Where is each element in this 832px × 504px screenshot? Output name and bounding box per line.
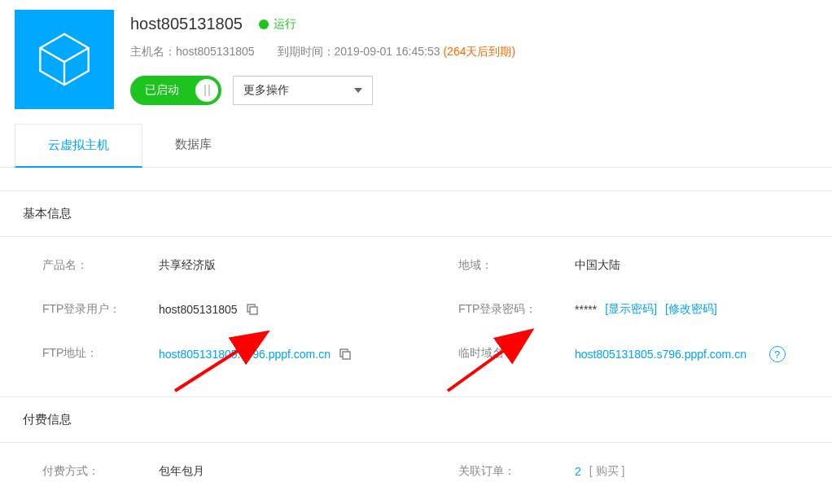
- ftp-pass-value-wrap: ***** [显示密码] [修改密码]: [575, 302, 832, 317]
- order-tag: [ 购买 ]: [589, 464, 625, 479]
- payment-header: 付费信息: [0, 397, 832, 443]
- caret-down-icon: [354, 88, 362, 93]
- change-password-link[interactable]: [修改密码]: [665, 302, 717, 317]
- order-count-link[interactable]: 2: [575, 465, 581, 478]
- temp-domain-label: 临时域名：: [416, 346, 575, 362]
- region-label: 地域：: [416, 258, 575, 273]
- basic-info-section: 基本信息 产品名： 共享经济版 地域： 中国大陆 FTP登录用户： host80…: [0, 191, 832, 383]
- ftp-pass-masked: *****: [575, 303, 597, 316]
- info-row: 产品名： 共享经济版 地域： 中国大陆: [0, 243, 832, 287]
- temp-domain-value-wrap: host805131805.s796.pppf.com.cn ?: [575, 346, 832, 362]
- status-badge: 运行: [259, 17, 296, 32]
- order-label: 关联订单：: [416, 464, 575, 479]
- hostname-value: host805131805: [176, 45, 255, 58]
- basic-info-header: 基本信息: [0, 191, 832, 237]
- ftp-user-cell: FTP登录用户： host805131805: [0, 302, 416, 317]
- product-name-cell: 产品名： 共享经济版: [0, 258, 416, 273]
- ftp-addr-cell: FTP地址： host805131805.s796.pppf.com.cn: [0, 346, 416, 362]
- temp-domain-cell: 临时域名： host805131805.s796.pppf.com.cn ?: [416, 346, 832, 362]
- page-container: host805131805 运行 主机名：host805131805 到期时间：…: [0, 0, 832, 500]
- hostname-label: 主机名：: [130, 45, 176, 58]
- cube-icon: [33, 28, 96, 91]
- svg-rect-1: [250, 307, 257, 314]
- host-title: host805131805: [130, 15, 243, 33]
- more-actions-label: 更多操作: [243, 83, 289, 98]
- hostname-meta: 主机名：host805131805: [130, 45, 255, 59]
- info-row: FTP地址： host805131805.s796.pppf.com.cn 临时…: [0, 331, 832, 377]
- toggle-label: 已启动: [145, 83, 179, 98]
- ftp-addr-value-wrap: host805131805.s796.pppf.com.cn: [159, 346, 416, 362]
- tab-database[interactable]: 数据库: [142, 124, 244, 167]
- power-toggle[interactable]: 已启动: [130, 76, 221, 105]
- product-name-value: 共享经济版: [159, 258, 416, 273]
- status-dot-icon: [259, 20, 269, 29]
- product-name-label: 产品名：: [0, 258, 159, 273]
- action-row: 已启动 更多操作: [130, 76, 817, 105]
- ftp-user-text: host805131805: [159, 303, 238, 316]
- pay-method-label: 付费方式：: [0, 464, 159, 479]
- payment-section: 付费信息 付费方式： 包年包月 关联订单： 2 [ 购买 ]: [0, 397, 832, 500]
- ftp-pass-cell: FTP登录密码： ***** [显示密码] [修改密码]: [416, 302, 832, 317]
- info-row: 付费方式： 包年包月 关联订单： 2 [ 购买 ]: [0, 449, 832, 493]
- ftp-pass-label: FTP登录密码：: [416, 302, 575, 317]
- expire-label: 到期时间：: [278, 45, 335, 58]
- ftp-user-value: host805131805: [159, 302, 416, 317]
- product-cube-icon: [15, 10, 114, 109]
- pay-method-value: 包年包月: [159, 464, 416, 479]
- region-cell: 地域： 中国大陆: [416, 258, 832, 273]
- title-row: host805131805 运行: [130, 15, 817, 33]
- status-text: 运行: [274, 17, 296, 32]
- pay-method-cell: 付费方式： 包年包月: [0, 464, 416, 479]
- help-icon[interactable]: ?: [769, 346, 786, 362]
- expire-value: 2019-09-01 16:45:53: [335, 45, 440, 58]
- region-value: 中国大陆: [575, 258, 832, 273]
- more-actions-dropdown[interactable]: 更多操作: [233, 76, 373, 105]
- payment-grid: 付费方式： 包年包月 关联订单： 2 [ 购买 ]: [0, 443, 832, 500]
- ftp-addr-link[interactable]: host805131805.s796.pppf.com.cn: [159, 348, 331, 361]
- ftp-addr-label: FTP地址：: [0, 346, 159, 362]
- header-info: host805131805 运行 主机名：host805131805 到期时间：…: [130, 10, 817, 109]
- info-row: FTP登录用户： host805131805 FTP登录密码： ***** [显…: [0, 287, 832, 331]
- show-password-link[interactable]: [显示密码]: [605, 302, 657, 317]
- tabs-nav: 云虚拟主机 数据库: [0, 124, 832, 168]
- expire-meta: 到期时间：2019-09-01 16:45:53 (264天后到期): [278, 45, 516, 59]
- tab-vhost[interactable]: 云虚拟主机: [15, 124, 142, 168]
- ftp-user-label: FTP登录用户：: [0, 302, 159, 317]
- copy-icon[interactable]: [339, 348, 352, 361]
- header-area: host805131805 运行 主机名：host805131805 到期时间：…: [0, 0, 832, 109]
- basic-info-grid: 产品名： 共享经济版 地域： 中国大陆 FTP登录用户： host8051318…: [0, 237, 832, 383]
- toggle-knob-icon: [195, 79, 218, 102]
- svg-rect-3: [343, 352, 350, 359]
- temp-domain-link[interactable]: host805131805.s796.pppf.com.cn: [575, 348, 747, 361]
- order-value-wrap: 2 [ 购买 ]: [575, 464, 832, 479]
- expire-warning: (264天后到期): [443, 45, 515, 58]
- order-cell: 关联订单： 2 [ 购买 ]: [416, 464, 832, 479]
- meta-row: 主机名：host805131805 到期时间：2019-09-01 16:45:…: [130, 45, 817, 59]
- copy-icon[interactable]: [246, 303, 259, 316]
